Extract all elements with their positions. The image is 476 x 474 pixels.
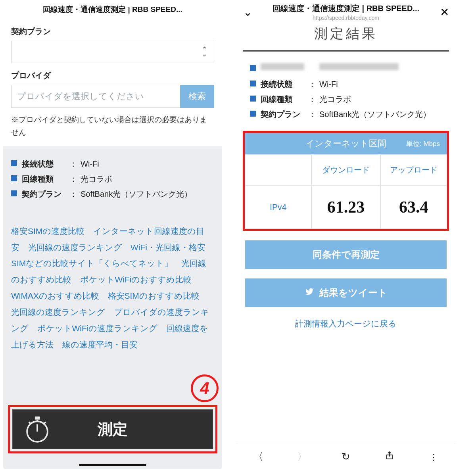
link[interactable]: 線の速度平均・目安 <box>62 340 138 349</box>
page-title: 回線速度・通信速度測定 | RBB SPEED... <box>43 4 182 15</box>
link[interactable]: WiMAXのおすすめ比較 <box>11 291 99 300</box>
bullet-icon <box>250 96 256 102</box>
speed-result-highlight: インターネット区間 単位: Mbps ダウンロード アップロード IPv4 61… <box>243 131 449 231</box>
tweet-button[interactable]: 結果をツイート <box>245 278 447 307</box>
speed-unit: 単位: Mbps <box>406 139 440 148</box>
link[interactable]: 光回線の速度ランキング <box>28 243 122 252</box>
link[interactable]: 格安SIMの速度比較 <box>11 226 84 236</box>
divider <box>243 50 449 52</box>
nav-forward-button[interactable]: 〉 <box>291 450 313 464</box>
svg-rect-2 <box>35 416 40 420</box>
measure-button-highlight: 4 測定 <box>8 405 217 453</box>
collapse-button[interactable]: ⌄ <box>238 0 257 24</box>
provider-input[interactable]: プロバイダを選択してください <box>11 85 180 108</box>
search-button[interactable]: 検索 <box>180 85 214 108</box>
speed-header: インターネット区間 単位: Mbps <box>245 133 447 154</box>
phone-left: 回線速度・通信速度測定 | RBB SPEED... 契約プラン ⌃⌄ プロバイ… <box>3 0 222 469</box>
bullet-icon <box>11 190 17 196</box>
speed-columns: ダウンロード アップロード <box>245 154 447 185</box>
speed-row-label: IPv4 <box>245 185 311 229</box>
titlebar-right: ⌄ 回線速度・通信速度測定 | RBB SPEED... https://spe… <box>236 0 455 24</box>
provider-label: プロバイダ <box>11 70 214 81</box>
nav-back-button[interactable]: 〈 <box>247 450 269 464</box>
bullet-icon <box>250 81 256 86</box>
kv-row: 回線種類：光コラボ <box>11 173 214 185</box>
link[interactable]: 格安SIMのおすすめ比較 <box>108 291 200 300</box>
page-url: https://speed.rbbtoday.com <box>313 15 379 21</box>
close-icon: ✕ <box>440 6 449 19</box>
speed-data-row: IPv4 61.23 63.4 <box>245 185 447 229</box>
measure-button[interactable]: 測定 <box>12 409 213 449</box>
speed-download-value: 61.23 <box>311 185 380 229</box>
share-button[interactable] <box>378 450 401 463</box>
chevron-right-icon: 〉 <box>297 451 307 462</box>
step-badge: 4 <box>191 374 219 402</box>
home-indicator <box>79 464 146 466</box>
blurred-row <box>250 62 447 71</box>
share-icon <box>385 451 394 463</box>
provider-note: ※プロバイダと契約していない場合は選択の必要はありません <box>11 113 214 139</box>
twitter-icon <box>304 287 315 298</box>
phone-right: ⌄ 回線速度・通信速度測定 | RBB SPEED... https://spe… <box>236 0 455 469</box>
svg-line-5 <box>43 422 46 424</box>
remeasure-button[interactable]: 同条件で再測定 <box>245 240 447 269</box>
bullet-icon <box>250 111 256 117</box>
reload-icon: ↻ <box>342 451 350 462</box>
browser-toolbar: 〈 〉 ↻ ⋮ <box>236 444 455 469</box>
close-button[interactable]: ✕ <box>435 0 454 24</box>
provider-placeholder: プロバイダを選択してください <box>17 90 144 102</box>
plan-select[interactable]: ⌃⌄ <box>11 41 214 63</box>
kv-row: 接続状態：Wi-Fi <box>11 157 214 170</box>
provider-row: プロバイダを選択してください 検索 <box>11 85 214 108</box>
titlebar-left: 回線速度・通信速度測定 | RBB SPEED... <box>3 0 222 19</box>
plan-label: 契約プラン <box>11 26 214 37</box>
kv-row: 契約プラン：SoftBank光（ソフトバンク光） <box>11 188 214 200</box>
form-section: 契約プラン ⌃⌄ プロバイダ プロバイダを選択してください 検索 ※プロバイダと… <box>3 19 222 146</box>
stopwatch-icon <box>22 414 52 444</box>
speed-col-blank <box>245 154 311 185</box>
link[interactable]: ポケットWiFiの速度ランキング <box>37 324 158 333</box>
kv-row: 回線種類：光コラボ <box>250 93 447 106</box>
content-left: 契約プラン ⌃⌄ プロバイダ プロバイダを選択してください 検索 ※プロバイダと… <box>3 19 222 469</box>
speed-col-download: ダウンロード <box>311 154 380 185</box>
back-link[interactable]: 計測情報入力ページに戻る <box>295 319 397 328</box>
kebab-icon: ⋮ <box>429 452 438 462</box>
speed-upload-value: 63.4 <box>380 185 447 229</box>
svg-line-4 <box>29 422 31 424</box>
chevron-updown-icon: ⌃⌄ <box>202 48 207 56</box>
kv-row: 契約プラン：SoftBank光（ソフトバンク光） <box>250 108 447 121</box>
link[interactable]: 光回線の速度ランキング <box>11 307 105 317</box>
content-right: 測定結果 接続状態：Wi-Fi 回線種類：光コラボ 契約プラン：SoftBank… <box>236 24 455 469</box>
kv-row: 接続状態：Wi-Fi <box>250 78 447 90</box>
menu-button[interactable]: ⋮ <box>422 451 445 463</box>
bullet-icon <box>11 175 17 181</box>
reload-button[interactable]: ↻ <box>335 451 357 463</box>
speed-col-upload: アップロード <box>380 154 447 185</box>
connection-summary: 接続状態：Wi-Fi 回線種類：光コラボ 契約プラン：SoftBank光（ソフト… <box>3 146 222 211</box>
bullet-icon <box>250 65 256 71</box>
chevron-left-icon: 〈 <box>253 451 263 462</box>
link[interactable]: ポケットWiFiのおすすめ比較 <box>80 275 192 284</box>
result-summary: 接続状態：Wi-Fi 回線種類：光コラボ 契約プラン：SoftBank光（ソフト… <box>236 62 455 131</box>
chevron-down-icon: ⌄ <box>243 6 252 19</box>
page-title: 回線速度・通信速度測定 | RBB SPEED... <box>273 3 419 14</box>
result-heading: 測定結果 <box>236 25 455 43</box>
bullet-icon <box>11 160 17 166</box>
related-links: 格安SIMの速度比較 インターネット回線速度の目安 光回線の速度ランキング Wi… <box>3 211 222 361</box>
back-link-wrap: 計測情報入力ページに戻る <box>236 318 455 329</box>
